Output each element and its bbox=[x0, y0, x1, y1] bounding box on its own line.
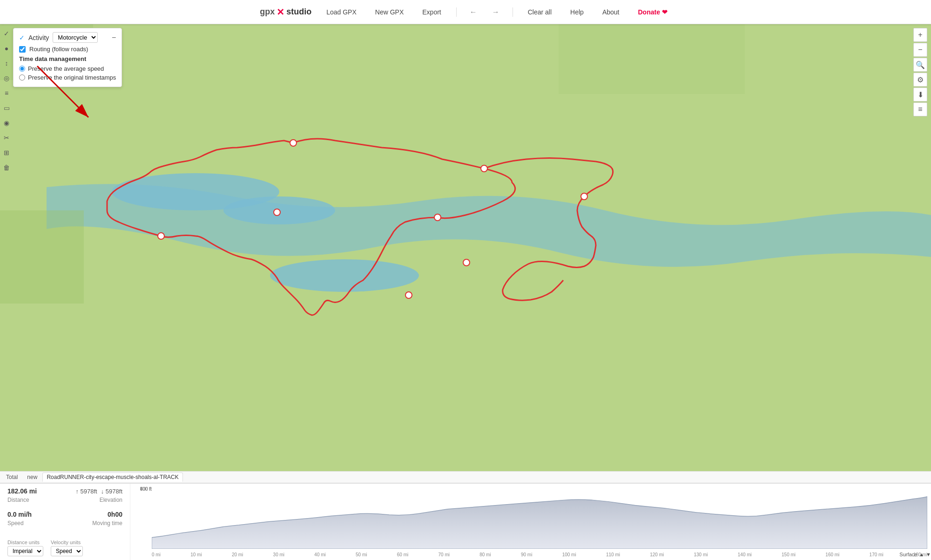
speed-value: 0.0 mi/h bbox=[7, 511, 32, 518]
velocity-units-group: Velocity units Speed Pace bbox=[51, 540, 83, 556]
bottom-tabs: Total new RoadRUNNER-city-escape-muscle-… bbox=[0, 471, 931, 483]
chart-x-10: 10 mi bbox=[190, 552, 202, 557]
time-data-heading: Time data management bbox=[19, 55, 116, 62]
help-button[interactable]: Help bbox=[567, 7, 587, 18]
chart-x-170: 170 mi bbox=[870, 552, 884, 557]
tab-total[interactable]: Total bbox=[2, 472, 22, 482]
surface-indicator[interactable]: Surface ▲ ▼ bbox=[899, 552, 931, 557]
preserve-timestamps-label: Preserve the original timestamps bbox=[28, 74, 116, 81]
svg-point-3 bbox=[270, 259, 419, 292]
donate-button[interactable]: Donate ❤ bbox=[634, 7, 671, 18]
moving-time-label: Moving time bbox=[92, 520, 122, 526]
search-map-button[interactable]: 🔍 bbox=[913, 58, 927, 72]
speed-label-row: Speed Moving time bbox=[7, 520, 122, 526]
map-settings-button[interactable]: ⚙ bbox=[913, 73, 927, 87]
zoom-out-button[interactable]: − bbox=[913, 43, 927, 57]
preserve-avg-speed-radio[interactable] bbox=[19, 66, 25, 72]
surface-label: Surface bbox=[899, 552, 917, 557]
chart-x-100: 100 mi bbox=[562, 552, 576, 557]
brand-slash: ✕ bbox=[277, 7, 284, 18]
chart-x-110: 110 mi bbox=[606, 552, 620, 557]
load-gpx-button[interactable]: Load GPX bbox=[323, 7, 360, 18]
tab-track[interactable]: RoadRUNNER-city-escape-muscle-shoals-al-… bbox=[42, 472, 182, 482]
routing-checkbox[interactable] bbox=[19, 46, 26, 53]
chart-x-90: 90 mi bbox=[521, 552, 532, 557]
left-sidebar: ✓ ● ↕ ◎ ≡ ▭ ◉ ✂ ⊞ 🗑 bbox=[0, 24, 13, 173]
bottom-panel: 182.06 mi ↑ 5978ft ↓ 5978ft Distance Ele… bbox=[0, 483, 931, 560]
sidebar-icon-rect[interactable]: ▭ bbox=[1, 102, 12, 114]
preserve-avg-speed-label: Preserve the average speed bbox=[28, 65, 104, 72]
chart-x-130: 130 mi bbox=[694, 552, 708, 557]
preserve-timestamps-row[interactable]: Preserve the original timestamps bbox=[19, 74, 116, 81]
stats-left: 182.06 mi ↑ 5978ft ↓ 5978ft Distance Ele… bbox=[0, 484, 130, 560]
sidebar-icon-dot[interactable]: ● bbox=[1, 43, 12, 54]
layers-button[interactable]: ≡ bbox=[913, 102, 927, 116]
undo-button[interactable]: ← bbox=[468, 6, 479, 18]
elevation-chart-svg bbox=[152, 486, 927, 549]
brand-studio: studio bbox=[286, 7, 311, 17]
chart-x-150: 150 mi bbox=[782, 552, 796, 557]
about-button[interactable]: About bbox=[599, 7, 623, 18]
chart-x-40: 40 mi bbox=[314, 552, 325, 557]
chart-y-400: 400 ft bbox=[140, 486, 152, 492]
elevation-label: Elevation bbox=[100, 497, 122, 503]
chart-x-140: 140 mi bbox=[738, 552, 752, 557]
speed-label: Speed bbox=[7, 520, 24, 526]
brand-logo: gpx ✕ studio bbox=[260, 7, 311, 18]
activity-panel: ✓ Activity Motorcycle Bike Car − Routing… bbox=[13, 28, 122, 87]
elevation-down: ↓ 5978ft bbox=[101, 488, 122, 495]
chart-x-50: 50 mi bbox=[356, 552, 367, 557]
preserve-avg-speed-row[interactable]: Preserve the average speed bbox=[19, 65, 116, 72]
tab-new[interactable]: new bbox=[23, 472, 41, 482]
chart-x-0: 0 mi bbox=[152, 552, 161, 557]
map-controls: + − 🔍 ⚙ ⬇ ≡ bbox=[913, 28, 927, 116]
distance-label: Distance bbox=[7, 497, 29, 503]
activity-label: Activity bbox=[28, 34, 49, 41]
chart-x-120: 120 mi bbox=[650, 552, 664, 557]
chart-x-160: 160 mi bbox=[825, 552, 839, 557]
chart-x-70: 70 mi bbox=[438, 552, 449, 557]
panel-header: ✓ Activity Motorcycle Bike Car − bbox=[19, 32, 116, 43]
moving-time-value: 0h00 bbox=[108, 511, 122, 518]
chart-x-20: 20 mi bbox=[232, 552, 243, 557]
panel-title-row: ✓ Activity Motorcycle Bike Car bbox=[19, 32, 98, 43]
map-terrain-svg bbox=[0, 24, 931, 483]
donate-heart-icon: ❤ bbox=[662, 8, 668, 16]
clear-all-button[interactable]: Clear all bbox=[524, 7, 555, 18]
map-background bbox=[0, 24, 931, 483]
download-map-button[interactable]: ⬇ bbox=[913, 88, 927, 101]
export-button[interactable]: Export bbox=[418, 7, 445, 18]
activity-checkmark-icon: ✓ bbox=[19, 34, 25, 41]
sidebar-icon-radio[interactable]: ◉ bbox=[1, 117, 12, 128]
routing-label: Routing (follow roads) bbox=[29, 46, 88, 53]
map[interactable]: + − 🔍 ⚙ ⬇ ≡ 5 mi © Mapbox i ✓ Activity M… bbox=[0, 24, 931, 483]
sidebar-icon-list[interactable]: ≡ bbox=[1, 88, 12, 99]
zoom-in-button[interactable]: + bbox=[913, 28, 927, 42]
preserve-timestamps-radio[interactable] bbox=[19, 74, 25, 81]
new-gpx-button[interactable]: New GPX bbox=[371, 7, 407, 18]
routing-row: Routing (follow roads) bbox=[19, 46, 116, 53]
elevation-up: ↑ 5978ft bbox=[75, 488, 97, 495]
nav-separator-1 bbox=[456, 7, 457, 17]
redo-button[interactable]: → bbox=[490, 6, 501, 18]
velocity-units-select[interactable]: Speed Pace bbox=[51, 546, 83, 556]
sidebar-icon-grid[interactable]: ⊞ bbox=[1, 147, 12, 158]
navbar: gpx ✕ studio Load GPX New GPX Export ← →… bbox=[0, 0, 931, 24]
sidebar-icon-arrows[interactable]: ↕ bbox=[1, 58, 12, 69]
chart-x-30: 30 mi bbox=[273, 552, 284, 557]
sidebar-icon-scissors[interactable]: ✂ bbox=[1, 132, 12, 143]
sidebar-icon-trash[interactable]: 🗑 bbox=[1, 162, 12, 173]
nav-separator-2 bbox=[513, 7, 513, 17]
chart-x-60: 60 mi bbox=[397, 552, 408, 557]
svg-rect-6 bbox=[0, 210, 84, 304]
activity-dropdown[interactable]: Motorcycle Bike Car bbox=[53, 32, 98, 43]
distance-units-select[interactable]: Imperial Metric bbox=[7, 546, 43, 556]
minimize-panel-button[interactable]: − bbox=[112, 34, 116, 42]
sidebar-icon-check[interactable]: ✓ bbox=[1, 28, 12, 39]
distance-stat-row: 182.06 mi ↑ 5978ft ↓ 5978ft bbox=[7, 487, 122, 495]
brand-gpx: gpx bbox=[260, 7, 275, 17]
speed-stat-row: 0.0 mi/h 0h00 bbox=[7, 511, 122, 518]
distance-units-label: Distance units bbox=[7, 540, 43, 545]
sidebar-icon-crosshair[interactable]: ◎ bbox=[1, 73, 12, 84]
svg-rect-5 bbox=[559, 24, 745, 94]
